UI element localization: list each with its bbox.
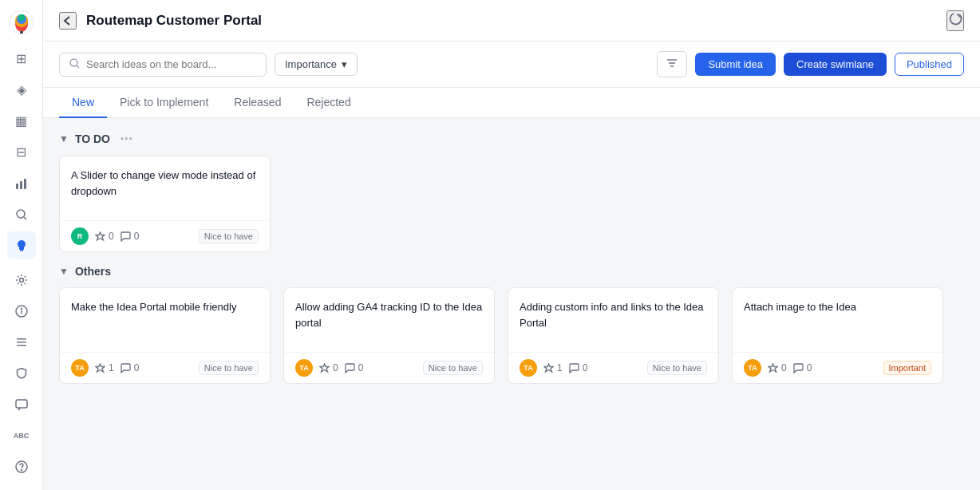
card-title: Adding custom info and links to the Idea… [520, 299, 707, 330]
svg-line-10 [24, 217, 26, 219]
tag-icon[interactable]: ◈ [7, 76, 36, 104]
tab-new[interactable]: New [59, 88, 107, 118]
svg-line-23 [77, 65, 79, 68]
comment-count: 0 [569, 362, 588, 373]
page-header: Routemap Customer Portal [43, 0, 980, 41]
comment-count: 0 [345, 362, 364, 373]
avatar: R [71, 227, 89, 245]
comment-count: 0 [121, 231, 140, 242]
filter-button[interactable] [657, 51, 687, 77]
tab-rejected[interactable]: Rejected [294, 88, 363, 118]
comment-number: 0 [807, 362, 812, 373]
card-tag: Nice to have [199, 229, 259, 243]
card-ga4-tracking[interactable]: Allow adding GA4 tracking ID to the Idea… [283, 287, 495, 384]
svg-point-21 [21, 469, 22, 470]
chart-icon[interactable] [7, 169, 36, 197]
avatar: TA [295, 359, 313, 377]
vote-number: 0 [781, 362, 787, 373]
comment-count: 0 [793, 362, 812, 373]
others-toggle[interactable]: ▼ [59, 266, 69, 277]
card-tag: Nice to have [647, 361, 707, 375]
gear-icon[interactable] [7, 266, 36, 294]
card-footer: R 0 0 Nice to have [60, 220, 270, 251]
svg-point-12 [19, 278, 23, 282]
svg-point-22 [70, 59, 77, 66]
dropdown-icon: ▾ [342, 58, 347, 70]
svg-point-4 [18, 14, 25, 21]
card-footer: TA 0 0 Nice to have [284, 352, 494, 383]
main-content: Routemap Customer Portal Importance ▾ [43, 0, 980, 490]
submit-idea-button[interactable]: Submit idea [695, 53, 776, 76]
card-body: Attach image to the Idea [733, 288, 942, 352]
card-custom-info[interactable]: Adding custom info and links to the Idea… [508, 287, 719, 384]
list-icon[interactable] [7, 328, 36, 356]
comment-number: 0 [583, 362, 588, 373]
create-swimlane-button[interactable]: Create swimlane [784, 53, 887, 76]
svg-point-15 [21, 308, 22, 309]
search-icon [69, 58, 80, 71]
svg-point-9 [17, 210, 25, 218]
refresh-button[interactable] [946, 10, 964, 31]
abc-icon[interactable]: ABC [7, 421, 36, 449]
comment-count: 0 [121, 362, 140, 373]
svg-rect-19 [16, 400, 27, 408]
svg-rect-16 [17, 338, 26, 340]
tab-pick-to-implement[interactable]: Pick to Implement [107, 88, 221, 118]
svg-rect-17 [17, 342, 26, 343]
app-logo[interactable] [9, 10, 34, 35]
shield-icon[interactable] [7, 359, 36, 387]
sidebar: ⊞ ◈ ▦ ⊟ [0, 0, 43, 490]
avatar: TA [71, 359, 89, 377]
vote-count: 0 [319, 362, 338, 373]
blocks-icon[interactable]: ⊟ [7, 138, 36, 166]
search-nav-icon[interactable] [7, 200, 36, 228]
card-tag: Nice to have [199, 361, 259, 375]
card-footer: TA 1 0 Nice to have [60, 352, 270, 383]
vote-count: 1 [543, 362, 563, 373]
grid-icon[interactable]: ⊞ [7, 45, 36, 73]
tab-released[interactable]: Released [221, 88, 294, 118]
svg-rect-6 [16, 184, 18, 189]
vote-number: 0 [109, 231, 114, 242]
card-body: A Slider to change view mode instead of … [60, 156, 270, 220]
todo-more-button[interactable]: ⋯ [120, 131, 132, 146]
others-cards: Make the Idea Portal mobile friendly TA … [59, 287, 964, 384]
vote-number: 1 [557, 362, 563, 373]
svg-rect-18 [17, 345, 26, 346]
card-title: A Slider to change view mode instead of … [71, 168, 259, 199]
page-title: Routemap Customer Portal [86, 13, 937, 29]
card-title: Allow adding GA4 tracking ID to the Idea… [295, 299, 483, 330]
importance-dropdown[interactable]: Importance ▾ [275, 53, 358, 76]
card-attach-image[interactable]: Attach image to the Idea TA 0 0 [732, 287, 943, 384]
card-slider[interactable]: A Slider to change view mode instead of … [59, 156, 271, 252]
help-icon[interactable] [7, 452, 36, 480]
vote-count: 1 [95, 362, 114, 373]
card-tag: Important [883, 361, 931, 375]
avatar: TA [744, 359, 761, 377]
svg-rect-8 [24, 179, 26, 189]
importance-label: Importance [285, 58, 337, 70]
others-section-header: ▼ Others [59, 252, 964, 287]
table-icon[interactable]: ▦ [7, 107, 36, 135]
card-body: Adding custom info and links to the Idea… [508, 288, 718, 352]
card-mobile-friendly[interactable]: Make the Idea Portal mobile friendly TA … [59, 287, 271, 384]
bulb-icon[interactable] [7, 231, 36, 259]
todo-toggle[interactable]: ▼ [59, 133, 69, 144]
comment-number: 0 [358, 362, 364, 373]
card-footer: TA 1 0 Nice to have [508, 352, 718, 383]
published-button[interactable]: Published [895, 53, 964, 76]
vote-number: 0 [333, 362, 338, 373]
chat-icon[interactable] [7, 390, 36, 418]
info-icon[interactable] [7, 297, 36, 325]
svg-rect-7 [20, 181, 22, 189]
todo-label: TO DO [75, 132, 110, 145]
svg-rect-5 [20, 31, 23, 34]
board-content: ▼ TO DO ⋯ A Slider to change view mode i… [43, 118, 980, 490]
search-box[interactable] [59, 53, 267, 77]
card-body: Allow adding GA4 tracking ID to the Idea… [284, 288, 494, 352]
search-input[interactable] [86, 58, 256, 70]
back-button[interactable] [59, 12, 77, 30]
avatar: TA [520, 359, 537, 377]
todo-section-header: ▼ TO DO ⋯ [59, 118, 964, 156]
vote-count: 0 [95, 231, 114, 242]
